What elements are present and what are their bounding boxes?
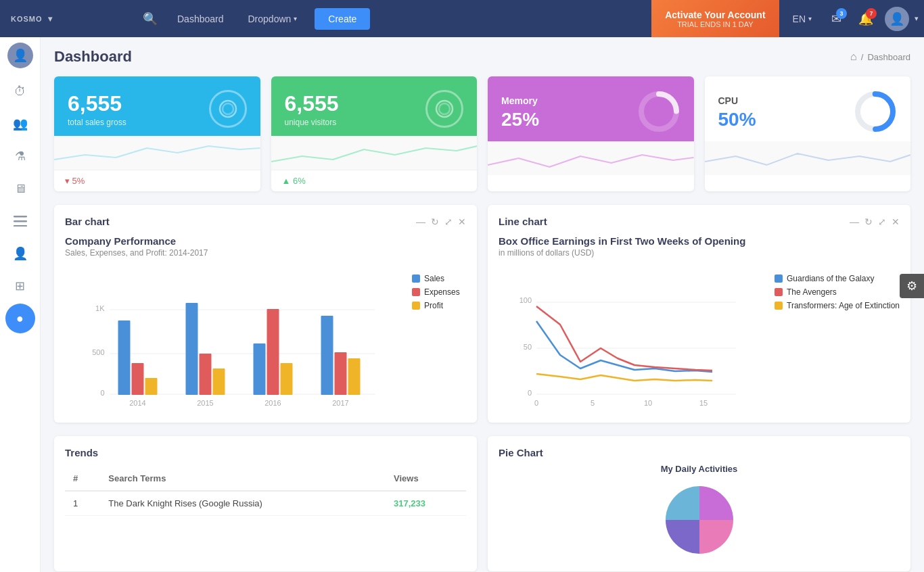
visitors-sparkline <box>271 136 478 170</box>
svg-text:2017: 2017 <box>332 399 348 407</box>
user-chevron[interactable]: ▾ <box>915 14 919 23</box>
pie-chart-subtitle: My Daily Activities <box>499 464 900 474</box>
legend-avengers-label: The Avengers <box>787 287 837 297</box>
home-icon[interactable]: ⌂ <box>850 51 857 63</box>
dropdown-chevron: ▾ <box>294 15 297 22</box>
stat-cards: 6,555 total sales gross <box>54 76 910 191</box>
user-avatar[interactable]: 👤 <box>885 7 909 31</box>
svg-rect-1 <box>14 220 27 222</box>
bar-chart-minimize[interactable]: — <box>416 216 425 227</box>
page-title: Dashboard <box>54 48 132 66</box>
bar-chart-area: 0 500 1K <box>65 260 401 412</box>
nav-dashboard[interactable]: Dashboard <box>165 0 236 37</box>
cpu-value: 50% <box>718 109 756 130</box>
line-chart-minimize[interactable]: — <box>850 216 859 227</box>
legend-sales-dot <box>412 275 420 283</box>
search-button[interactable]: 🔍 <box>135 11 165 26</box>
trends-table: # Search Terms Views 1 The Dark Knight R… <box>65 467 466 516</box>
sidebar-item-person[interactable]: 👤 <box>5 239 35 268</box>
bottom-row: Trends # Search Terms Views 1 The Dark K… <box>54 436 910 571</box>
sidebar: 👤 ⏱ 👥 ⚗ 🖥 👤 ⊞ ● <box>0 37 41 572</box>
legend-profit-dot <box>412 302 420 310</box>
brand[interactable]: KOSMO ▾ <box>0 14 135 24</box>
svg-text:100: 100 <box>519 296 532 304</box>
line-chart-refresh[interactable]: ↻ <box>864 216 873 227</box>
legend-sales-label: Sales <box>424 274 444 283</box>
svg-text:15: 15 <box>699 399 708 407</box>
mail-badge: 3 <box>836 8 847 19</box>
legend-transformers: Transformers: Age of Extinction <box>775 301 900 310</box>
create-button[interactable]: Create <box>315 8 370 30</box>
mail-button[interactable]: ✉ 3 <box>823 5 850 32</box>
svg-rect-0 <box>14 216 27 218</box>
bar-chart-legend: Sales Expenses Profit <box>412 260 466 310</box>
stat-card-sales: 6,555 total sales gross <box>54 76 260 191</box>
activate-banner[interactable]: Activate Your Account TRIAL ENDS IN 1 DA… <box>651 0 779 37</box>
svg-text:10: 10 <box>644 399 652 407</box>
bar-chart-card: Bar chart — ↻ ⤢ ✕ Company Performance Sa… <box>54 205 477 423</box>
svg-text:2015: 2015 <box>197 399 213 407</box>
sales-value: 6,555 <box>68 91 126 116</box>
line-chart-legend: Guardians of the Galaxy The Avengers Tra… <box>775 260 900 310</box>
svg-text:2016: 2016 <box>264 399 281 407</box>
legend-guardians: Guardians of the Galaxy <box>775 274 900 283</box>
svg-text:0: 0 <box>100 389 104 397</box>
svg-point-4 <box>223 103 233 114</box>
svg-rect-19 <box>145 378 158 395</box>
svg-rect-22 <box>213 368 225 395</box>
table-row: 1 The Dark Knight Rises (Google Russia) … <box>65 491 466 516</box>
memory-value: 25% <box>501 109 539 130</box>
sidebar-item-flask[interactable]: ⚗ <box>5 141 35 171</box>
col-num: # <box>65 467 100 491</box>
settings-gear[interactable]: ⚙ <box>900 274 924 298</box>
svg-rect-18 <box>132 363 144 395</box>
activate-sub: TRIAL ENDS IN 1 DAY <box>677 20 753 28</box>
bar-chart-title: Bar chart <box>65 216 110 227</box>
nav-dropdown[interactable]: Dropdown ▾ <box>236 0 310 37</box>
trends-card: Trends # Search Terms Views 1 The Dark K… <box>54 436 477 571</box>
sidebar-item-clock[interactable]: ⏱ <box>5 76 35 106</box>
breadcrumb-separator: / <box>861 52 864 62</box>
language-selector[interactable]: EN ▾ <box>785 14 820 24</box>
visitors-icon <box>425 90 463 128</box>
svg-text:5: 5 <box>591 399 595 407</box>
brand-chevron: ▾ <box>48 14 53 24</box>
visitors-value: 6,555 <box>285 91 339 116</box>
svg-text:500: 500 <box>92 348 104 356</box>
visitors-label: unique visitors <box>285 118 339 127</box>
breadcrumb-bar: Dashboard ⌂ / Dashboard <box>54 48 910 66</box>
svg-rect-2 <box>14 225 27 227</box>
topbar-right: EN ▾ ✉ 3 🔔 7 👤 ▾ <box>779 5 924 32</box>
svg-text:0: 0 <box>528 389 532 397</box>
breadcrumb: ⌂ / Dashboard <box>850 51 910 63</box>
sidebar-item-display[interactable]: 🖥 <box>5 174 35 204</box>
legend-guardians-dot <box>775 275 783 283</box>
bar-chart-main-title: Company Performance <box>65 235 466 247</box>
bar-chart-refresh[interactable]: ↻ <box>431 216 439 227</box>
legend-profit-label: Profit <box>424 301 443 310</box>
stat-card-cpu: CPU 50% <box>705 76 911 191</box>
line-chart-area: 0 50 100 0 5 10 15 <box>499 260 764 412</box>
legend-expenses: Expenses <box>412 287 466 297</box>
sidebar-item-filter[interactable] <box>5 206 35 236</box>
memory-icon <box>637 90 680 136</box>
legend-guardians-label: Guardians of the Galaxy <box>787 274 874 283</box>
pie-chart-card: Pie Chart My Daily Activities <box>488 436 910 571</box>
svg-rect-28 <box>348 358 361 395</box>
svg-rect-21 <box>200 354 212 395</box>
sidebar-avatar[interactable]: 👤 <box>7 43 33 68</box>
line-chart-main-title: Box Office Earnings in First Two Weeks o… <box>499 235 900 247</box>
sidebar-item-grid[interactable]: ⊞ <box>5 271 35 301</box>
svg-rect-24 <box>267 309 279 395</box>
col-search-terms: Search Terms <box>100 467 386 491</box>
sidebar-item-users[interactable]: 👥 <box>5 109 35 139</box>
pie-chart-title: Pie Chart <box>499 447 900 458</box>
bar-chart-expand[interactable]: ⤢ <box>444 216 453 227</box>
line-chart-close[interactable]: ✕ <box>892 216 900 227</box>
sidebar-item-circle[interactable]: ● <box>5 304 35 333</box>
topbar-nav: Dashboard Dropdown ▾ <box>165 0 309 37</box>
notifications-button[interactable]: 🔔 7 <box>852 5 879 32</box>
bar-chart-close[interactable]: ✕ <box>458 216 466 227</box>
legend-expenses-dot <box>412 288 420 296</box>
line-chart-expand[interactable]: ⤢ <box>878 216 886 227</box>
